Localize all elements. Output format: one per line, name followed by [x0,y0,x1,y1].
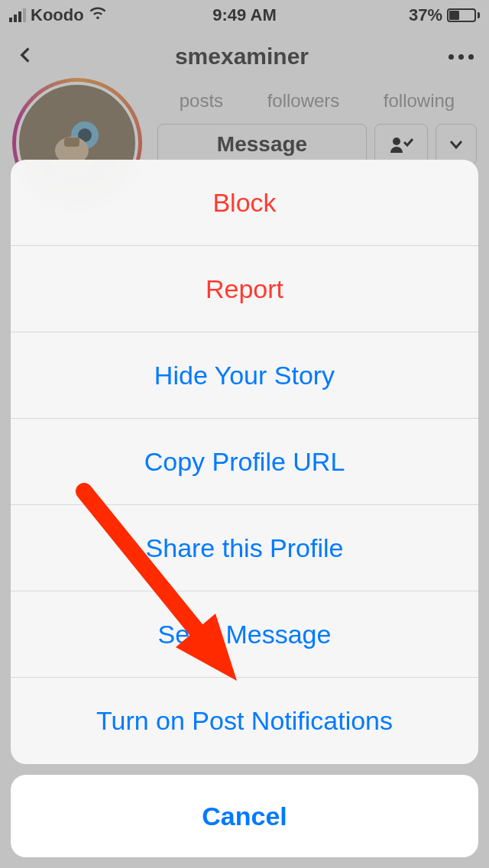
action-post-notifications[interactable]: Turn on Post Notifications [11,678,478,764]
action-sheet: Block Report Hide Your Story Copy Profil… [11,160,478,857]
action-block[interactable]: Block [11,160,478,246]
action-copy-url[interactable]: Copy Profile URL [11,419,478,505]
action-send-message[interactable]: Send Message [11,591,478,678]
action-report[interactable]: Report [11,246,478,332]
action-cancel[interactable]: Cancel [11,775,478,857]
action-hide-story[interactable]: Hide Your Story [11,332,478,419]
action-sheet-group: Block Report Hide Your Story Copy Profil… [11,160,478,764]
action-share-profile[interactable]: Share this Profile [11,505,478,591]
